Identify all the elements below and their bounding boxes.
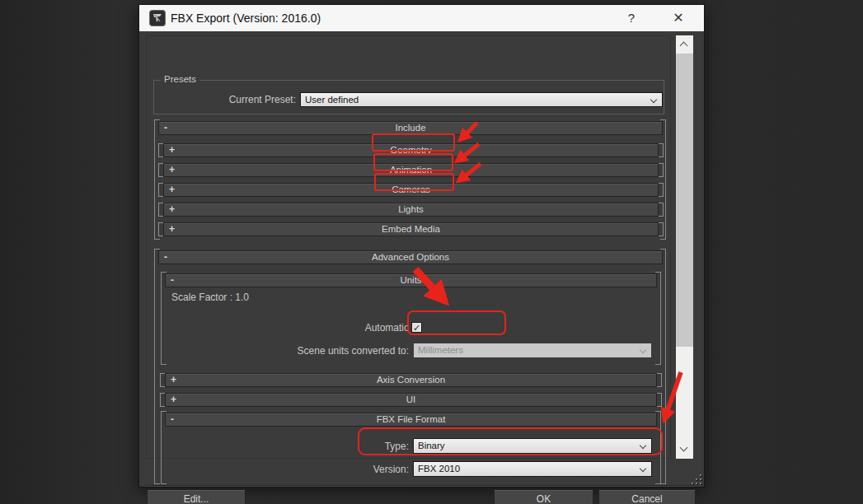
dialog-titlebar[interactable]: FBX Export (Version: 2016.0) ? ✕	[139, 5, 704, 31]
scrollbar-down-button[interactable]	[676, 441, 693, 459]
type-value: Binary	[418, 439, 635, 452]
current-preset-value: User defined	[305, 93, 645, 106]
rollup-cameras[interactable]: + Cameras	[163, 183, 659, 197]
rollup-axis-conversion[interactable]: + Axis Conversion	[165, 373, 657, 387]
rollup-animation[interactable]: + Animation	[163, 163, 659, 177]
rollout-title: Include	[159, 122, 662, 134]
close-button[interactable]: ✕	[664, 5, 692, 31]
cancel-button[interactable]: Cancel	[598, 489, 696, 504]
chevron-down-icon	[650, 96, 657, 103]
chevron-down-icon	[680, 444, 688, 452]
fbx-app-icon	[149, 10, 166, 26]
current-preset-label: Current Preset:	[226, 94, 296, 105]
scrollbar-up-button[interactable]	[676, 35, 693, 54]
chevron-up-icon	[680, 42, 688, 50]
rollup-ui[interactable]: + UI	[165, 393, 657, 407]
scrollbar[interactable]	[676, 35, 693, 459]
scene-units-label: Scene units converted to:	[260, 345, 409, 357]
scene-units-value: Millimeters	[418, 343, 635, 357]
rollup-lights[interactable]: + Lights	[163, 203, 659, 217]
rollup-label: Cameras	[164, 184, 658, 196]
current-preset-dropdown[interactable]: User defined	[300, 92, 663, 107]
scene-units-dropdown: Millimeters	[413, 343, 652, 358]
version-label: Version:	[326, 464, 409, 475]
version-value: FBX 2010	[418, 462, 635, 475]
resize-grip-icon[interactable]	[692, 474, 701, 484]
rollout-title: Units	[166, 274, 656, 287]
footer-divider	[146, 485, 693, 487]
scrollbar-thumb[interactable]	[676, 54, 693, 347]
rollup-label: Axis Conversion	[166, 374, 656, 386]
rollup-label: Geometry	[164, 144, 658, 156]
rollout-title: FBX File Format	[166, 413, 656, 426]
chevron-down-icon	[640, 465, 646, 472]
chevron-down-icon	[640, 442, 646, 449]
rollout-header-advanced-options[interactable]: - Advanced Options	[158, 250, 663, 264]
automatic-checkbox[interactable]: ✓	[411, 322, 422, 333]
type-label: Type:	[326, 441, 409, 452]
dialog-body: Presets Current Preset: User defined - I…	[139, 31, 704, 487]
type-dropdown[interactable]: Binary	[413, 438, 652, 454]
automatic-label: Automatic	[326, 322, 409, 334]
rollup-label: Embed Media	[164, 223, 658, 236]
rollout-header-units[interactable]: - Units	[165, 273, 657, 287]
ok-button[interactable]: OK	[494, 489, 593, 504]
version-dropdown[interactable]: FBX 2010	[413, 461, 652, 477]
rollup-label: UI	[166, 394, 656, 406]
help-button[interactable]: ?	[617, 5, 645, 31]
scale-factor-text: Scale Factor : 1.0	[171, 292, 249, 303]
edit-button[interactable]: Edit...	[147, 489, 246, 504]
presets-group-label: Presets	[161, 74, 199, 84]
dialog-title: FBX Export (Version: 2016.0)	[171, 5, 321, 31]
fbx-export-dialog: FBX Export (Version: 2016.0) ? ✕ Presets…	[138, 4, 705, 488]
rollout-title: Advanced Options	[159, 251, 662, 264]
rollup-label: Lights	[164, 203, 658, 216]
rollup-label: Animation	[164, 164, 658, 176]
desktop-background: FBX Export (Version: 2016.0) ? ✕ Presets…	[0, 0, 863, 504]
chevron-down-icon	[640, 347, 646, 353]
rollup-geometry[interactable]: + Geometry	[163, 143, 659, 157]
rollout-header-include[interactable]: - Include	[158, 121, 663, 135]
rollout-header-fbx-file-format[interactable]: - FBX File Format	[165, 413, 657, 427]
rollup-embed-media[interactable]: + Embed Media	[163, 222, 659, 236]
